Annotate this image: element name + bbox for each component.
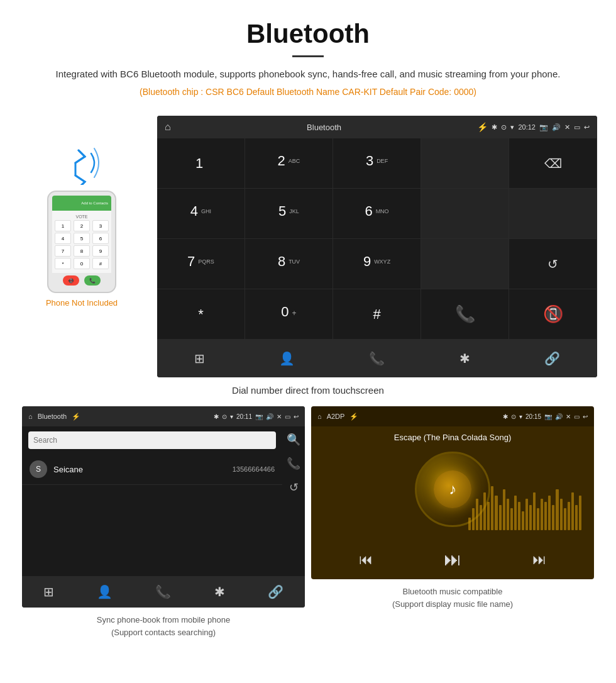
dial-key-4[interactable]: 4GHI (157, 189, 245, 239)
dial-call-button[interactable]: 📞 (421, 289, 509, 340)
nav-grid-icon[interactable]: ⊞ (194, 351, 205, 366)
ms-next-button[interactable]: ⏭ (532, 552, 546, 568)
phone-key-1: 1 (55, 220, 71, 231)
home-icon[interactable]: ⌂ (165, 121, 171, 133)
ms-song-title: Escape (The Pina Colada Song) (311, 426, 594, 445)
phonebook-caption-line1: Sync phone-book from mobile phone (97, 615, 230, 625)
visualizer-bar-27 (571, 492, 574, 530)
pb-nav-bt[interactable]: ✱ (214, 584, 225, 599)
dial-key-empty-4 (421, 239, 509, 289)
contact-number: 13566664466 (233, 465, 275, 473)
dial-status-bar: ⌂ Bluetooth ⚡ ✱ ⊙ ▾ 20:12 📷 🔊 ✕ ▭ ↩ (157, 116, 597, 138)
dial-backspace-key[interactable]: ⌫ (509, 138, 597, 189)
pb-side-refresh-icon[interactable]: ↺ (289, 480, 299, 494)
ms-close-icon[interactable]: ✕ (566, 413, 571, 420)
phonebook-screen-container: ⌂ Bluetooth ⚡ ✱ ⊙ ▾ 20:11 📷 🔊 ✕ ▭ ↩ (19, 406, 308, 641)
dial-key-9[interactable]: 9WXYZ (333, 239, 421, 289)
pb-search-input[interactable] (28, 431, 276, 449)
ms-visualizer (468, 455, 581, 530)
add-contacts-label: Add to Contacts (81, 201, 108, 205)
phonebook-screen: ⌂ Bluetooth ⚡ ✱ ⊙ ▾ 20:11 📷 🔊 ✕ ▭ ↩ (22, 406, 305, 608)
pb-screen-icon: ▭ (285, 413, 290, 420)
dial-key-3[interactable]: 3DEF (333, 138, 421, 189)
phone-key-0: 0 (74, 258, 90, 269)
ms-loc-icon: ⊙ (511, 413, 516, 420)
bluetooth-signal-icon (19, 141, 145, 187)
dial-key-0[interactable]: 0+ (245, 289, 333, 340)
ms-prev-button[interactable]: ⏮ (359, 552, 373, 568)
page-title: Bluetooth (38, 19, 578, 49)
pb-nav-person[interactable]: 👤 (97, 584, 113, 599)
dial-end-call-button[interactable]: 📵 (509, 289, 597, 340)
dial-key-empty-2 (421, 189, 509, 239)
dial-key-hash[interactable]: # (333, 289, 421, 340)
phone-key-5: 5 (74, 233, 90, 244)
dial-key-8[interactable]: 8TUV (245, 239, 333, 289)
phone-dial-row-2: 4 5 6 (55, 233, 109, 244)
pb-status-left: ⌂ Bluetooth ⚡ (28, 413, 80, 421)
pb-contact-row[interactable]: S Seicane 13566664466 (22, 454, 282, 485)
ms-home-icon[interactable]: ⌂ (317, 413, 322, 420)
close-icon[interactable]: ✕ (564, 123, 570, 131)
phone-screen-label: VOTE (55, 213, 109, 220)
pb-nav-grid[interactable]: ⊞ (43, 584, 54, 599)
pb-side-search-icon[interactable]: 🔍 (287, 433, 300, 447)
pb-bottom-nav: ⊞ 👤 📞 ✱ 🔗 (22, 576, 305, 608)
ms-status-right: ✱ ⊙ ▾ 20:15 📷 🔊 ✕ ▭ ↩ (503, 413, 588, 420)
ms-cam-icon: 📷 (544, 413, 552, 420)
dial-key-7[interactable]: 7PQRS (157, 239, 245, 289)
pb-main: S Seicane 13566664466 (22, 426, 282, 501)
visualizer-bar-26 (568, 502, 570, 530)
nav-bt-icon[interactable]: ✱ (459, 351, 470, 366)
ms-usb-icon: ⚡ (349, 413, 358, 421)
phone-call-buttons: 📵 📞 (52, 273, 111, 288)
ms-bluetooth-music-icon: ♪ (449, 480, 456, 498)
pb-close-icon[interactable]: ✕ (277, 413, 282, 420)
ms-status-left: ⌂ A2DP ⚡ (317, 413, 358, 421)
car-dial-screen: ⌂ Bluetooth ⚡ ✱ ⊙ ▾ 20:12 📷 🔊 ✕ ▭ ↩ 1 (157, 116, 597, 377)
dial-caption: Dial number direct from touchscreen (0, 377, 616, 403)
phone-key-2: 2 (74, 220, 90, 231)
pb-nav-link[interactable]: 🔗 (268, 584, 283, 599)
visualizer-bar-13 (518, 502, 520, 530)
pb-home-icon[interactable]: ⌂ (28, 413, 33, 420)
dial-status-left: ⌂ (165, 121, 171, 133)
visualizer-bar-9 (503, 489, 505, 530)
visualizer-bar-19 (541, 499, 543, 530)
pb-side-phone-icon[interactable]: 📞 (287, 457, 300, 470)
visualizer-bar-29 (579, 496, 581, 530)
visualizer-bar-14 (522, 511, 524, 530)
dial-key-6[interactable]: 6MNO (333, 189, 421, 239)
phone-key-star: * (55, 258, 71, 269)
phone-illustration: Add to Contacts VOTE 1 2 3 4 5 6 7 8 9 (19, 116, 145, 308)
ms-play-pause-button[interactable]: ⏭ (444, 549, 461, 570)
phone-end-call-btn: 📵 (63, 275, 79, 286)
nav-phone-icon[interactable]: 📞 (369, 351, 385, 366)
music-caption-line2: (Support display music file name) (392, 599, 513, 609)
dial-key-star[interactable]: * (157, 289, 245, 340)
dial-key-1[interactable]: 1 (157, 138, 245, 189)
visualizer-bar-17 (533, 492, 536, 530)
visualizer-bar-21 (548, 496, 551, 530)
pb-usb-icon: ⚡ (72, 413, 80, 421)
phone-dial-row-1: 1 2 3 (55, 220, 109, 231)
dial-key-2[interactable]: 2ABC (245, 138, 333, 189)
nav-link-icon[interactable]: 🔗 (544, 351, 560, 366)
dial-key-5[interactable]: 5JKL (245, 189, 333, 239)
time-display: 20:12 (518, 123, 536, 131)
dial-refresh-key[interactable]: ↺ (509, 239, 597, 289)
pb-nav-phone[interactable]: 📞 (155, 584, 171, 599)
nav-person-icon[interactable]: 👤 (279, 351, 295, 366)
visualizer-bar-1 (472, 508, 475, 530)
pb-bt-icon: ✱ (214, 413, 219, 420)
music-screen-container: ⌂ A2DP ⚡ ✱ ⊙ ▾ 20:15 📷 🔊 ✕ ▭ ↩ Escape (T… (308, 406, 597, 641)
visualizer-bar-7 (495, 496, 497, 530)
ms-back-icon[interactable]: ↩ (583, 413, 588, 420)
pb-back-icon[interactable]: ↩ (294, 413, 299, 420)
pb-content-area: S Seicane 13566664466 🔍 📞 ↺ (22, 426, 305, 501)
wifi-icon: ▾ (510, 123, 514, 131)
ms-controls: ⏮ ⏭ ⏭ (311, 540, 594, 579)
back-icon[interactable]: ↩ (584, 123, 590, 131)
phonebook-caption-line2: (Support contacts searching) (111, 628, 216, 637)
visualizer-bar-28 (575, 505, 578, 530)
